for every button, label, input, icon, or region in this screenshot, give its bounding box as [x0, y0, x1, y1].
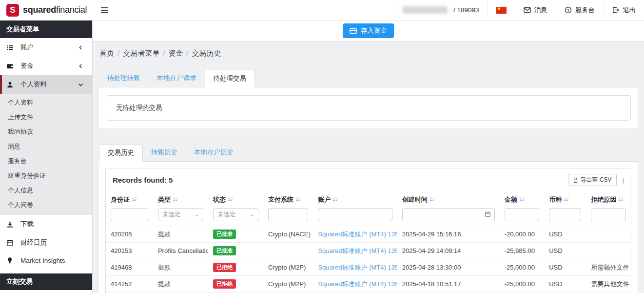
sidebar-subitem-上传文件[interactable]: 上传文件	[0, 110, 92, 125]
cell-currency: USD	[544, 276, 586, 293]
cell-id: 414252	[106, 276, 153, 293]
filter-input-金额[interactable]	[505, 208, 540, 221]
breadcrumb-item-首页[interactable]: 首页	[99, 49, 114, 57]
account-link[interactable]: Squared标准账户 (MT4) 135767	[318, 280, 397, 288]
column-header-label: 身份证	[111, 196, 130, 203]
tab-待处理转账[interactable]: 待处理转账	[99, 70, 149, 87]
sidebar-subitem-我的协议[interactable]: 我的协议	[0, 125, 92, 139]
export-csv-button[interactable]: 导出至 CSV	[568, 174, 617, 186]
filter-cell-创建时间	[397, 208, 500, 226]
tab-转账历史[interactable]: 转账历史	[143, 144, 186, 162]
file-icon	[573, 177, 578, 183]
envelope-icon	[524, 6, 531, 14]
filter-cell-账户	[313, 208, 397, 226]
account-link[interactable]: Squared标准账户 (MT4) 135767	[318, 247, 397, 254]
sidebar-subitem-个人信息[interactable]: 个人信息	[0, 183, 92, 198]
download-icon	[6, 221, 14, 228]
sidebar-item-账户[interactable]: 账户	[0, 38, 92, 57]
cell-id: 419468	[106, 259, 153, 276]
column-header-类型[interactable]: 类型	[153, 191, 208, 208]
column-header-label: 创建时间	[402, 196, 428, 203]
filter-select-类型[interactable]: 未选定⌄	[158, 208, 203, 221]
sidebar-item-label: 下载	[20, 220, 34, 229]
cell-amount: -20,000.00	[500, 226, 545, 243]
chevron-left-icon	[78, 63, 86, 69]
helpdesk-button[interactable]: ? 服务台	[556, 0, 604, 20]
filter-input-币种[interactable]	[549, 208, 581, 221]
column-header-支付系统[interactable]: 支付系统	[263, 191, 313, 208]
sidebar-item-label: 财经日历	[20, 238, 47, 247]
column-header-拒绝原因[interactable]: 拒绝原因	[586, 191, 631, 208]
sidebar-item-Market Insights[interactable]: Market Insights	[0, 252, 92, 269]
column-header-状态[interactable]: 状态	[208, 191, 263, 208]
top-bar: S squaredfinancial / 189093 ★ 消息 ? 服务台 退…	[0, 0, 644, 21]
cell-amount: -25,985.00	[500, 243, 545, 259]
help-circle-icon: ?	[565, 6, 572, 14]
sidebar-item-label: 资金	[20, 62, 34, 70]
filter-input-支付系统[interactable]	[268, 208, 308, 221]
breadcrumb-item-资金[interactable]: 资金	[168, 49, 183, 57]
cell-payment-system: Crypto (M2P)	[263, 276, 313, 293]
sort-icon	[332, 196, 338, 202]
tab-交易历史[interactable]: 交易历史	[99, 144, 143, 162]
filter-input-创建时间[interactable]	[402, 208, 495, 221]
brand-name-bold: squared	[23, 5, 56, 15]
sort-icon	[173, 196, 178, 202]
brand-name-light: financial	[56, 5, 87, 15]
table-filter-row: 未选定⌄未选定⌄	[106, 208, 631, 226]
column-header-label: 支付系统	[268, 196, 293, 203]
account-link[interactable]: Squared标准账户 (MT4) 135767	[318, 230, 397, 238]
tab-本地存户请求[interactable]: 本地存户请求	[149, 70, 205, 87]
filter-select-状态[interactable]: 未选定⌄	[213, 208, 258, 221]
sidebar-item-下载[interactable]: 下载	[0, 215, 92, 233]
status-badge: 已批准	[213, 230, 236, 239]
calendar-icon	[6, 239, 14, 247]
brand-logo[interactable]: S squaredfinancial	[0, 0, 93, 20]
page-content: 首页/交易者菜单/资金/交易历史 待处理转账本地存户请求待处理交易 无待处理的交…	[93, 49, 644, 293]
tab-待处理交易[interactable]: 待处理交易	[205, 70, 255, 87]
column-options-toggle[interactable]: |	[623, 176, 624, 184]
records-toolbar: Records found: 5 导出至 CSV |	[106, 168, 631, 191]
topbar-actions: / 189093 ★ 消息 ? 服务台 退出	[394, 0, 644, 20]
cell-created: 2025-04-29 14:09:14	[397, 243, 500, 259]
sidebar-item-label: Market Insights	[20, 257, 65, 264]
sidebar-item-财经日历[interactable]: 财经日历	[0, 233, 92, 252]
menu-toggle-icon[interactable]	[101, 6, 108, 15]
pending-panel: 无待处理的交易	[99, 87, 638, 128]
filter-input-身份证[interactable]	[111, 208, 148, 221]
messages-button[interactable]: 消息	[515, 0, 556, 20]
sidebar-trade-nav: MQ WebTrader - MT5	[0, 290, 92, 293]
column-header-账户[interactable]: 账户	[313, 191, 397, 208]
breadcrumb-item-交易历史[interactable]: 交易历史	[192, 49, 221, 57]
column-header-金额[interactable]: 金额	[500, 191, 545, 208]
account-menu[interactable]: / 189093	[394, 0, 488, 20]
sidebar-item-webtrader[interactable]: MQ WebTrader - MT5	[0, 290, 92, 293]
filter-cell-类型: 未选定⌄	[153, 208, 208, 226]
language-selector[interactable]: ★	[488, 0, 515, 20]
sidebar-item-个人资料[interactable]: 个人资料	[0, 75, 92, 94]
column-header-币种[interactable]: 币种	[544, 191, 586, 208]
sidebar-subitem-个人资料[interactable]: 个人资料	[0, 95, 92, 110]
account-link[interactable]: Squared标准账户 (MT4) 135767	[318, 264, 397, 271]
cell-account: Squared标准账户 (MT4) 135767	[313, 259, 397, 276]
status-badge: 已拒绝	[213, 279, 236, 289]
deposit-funds-button[interactable]: 存入资金	[343, 23, 394, 38]
cell-type: 提款	[153, 259, 208, 276]
sidebar-subitem-消息[interactable]: 消息	[0, 139, 92, 154]
filter-input-拒绝原因[interactable]	[591, 208, 626, 221]
export-csv-label: 导出至 CSV	[581, 176, 612, 184]
sidebar-item-资金[interactable]: 资金	[0, 57, 92, 75]
tab-本地存户历史[interactable]: 本地存户历史	[186, 144, 242, 162]
sidebar-subitem-服务台[interactable]: 服务台	[0, 154, 92, 168]
sidebar-subitem-双重身份验证[interactable]: 双重身份验证	[0, 168, 92, 183]
column-header-创建时间[interactable]: 创建时间	[397, 191, 500, 208]
chevron-left-icon	[78, 45, 86, 50]
column-header-身份证[interactable]: 身份证	[106, 191, 153, 208]
logout-button[interactable]: 退出	[603, 0, 644, 20]
filter-input-账户[interactable]	[318, 208, 392, 221]
breadcrumb-item-交易者菜单[interactable]: 交易者菜单	[123, 49, 159, 57]
sort-icon	[519, 196, 525, 202]
column-header-label: 账户	[318, 196, 331, 203]
sidebar-subitem-个人问卷[interactable]: 个人问卷	[0, 198, 92, 212]
list-icon	[6, 44, 14, 51]
